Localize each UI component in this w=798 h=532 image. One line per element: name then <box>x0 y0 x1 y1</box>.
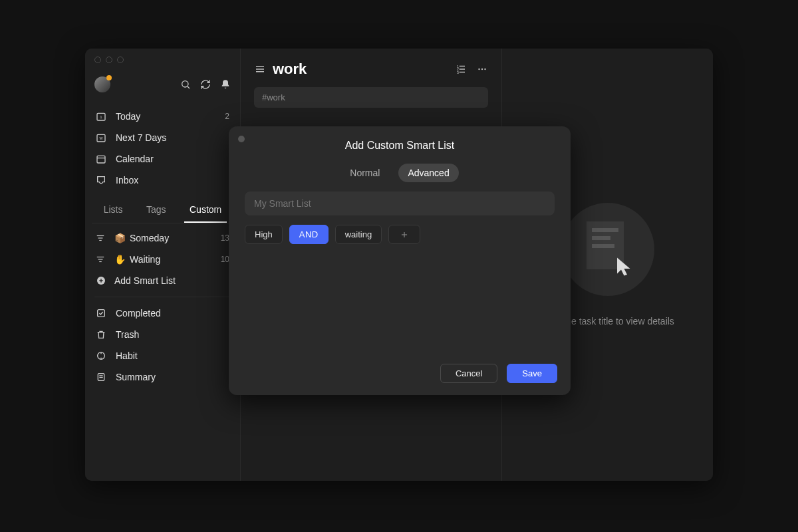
tab-advanced[interactable]: Advanced <box>398 164 458 182</box>
list-emoji: 📦 <box>114 233 126 243</box>
svg-text:1: 1 <box>100 115 102 119</box>
inbox-icon <box>96 175 108 186</box>
menu-icon[interactable] <box>254 63 266 75</box>
search-icon[interactable] <box>180 79 191 90</box>
svg-text:W: W <box>99 136 103 140</box>
list-count: 10 <box>221 255 229 264</box>
plus-icon <box>400 230 409 239</box>
tab-normal[interactable]: Normal <box>340 164 389 182</box>
sidebar: 1 Today 2 W Next 7 Days Calendar <box>85 49 241 481</box>
chip-and[interactable]: AND <box>289 225 329 244</box>
divider <box>94 297 231 297</box>
sidebar-item-next7[interactable]: W Next 7 Days <box>85 127 240 148</box>
page-title: work <box>273 61 307 78</box>
sidebar-item-inbox[interactable]: Inbox <box>85 170 240 191</box>
list-emoji: ✋ <box>114 254 126 265</box>
sidebar-item-label: Today <box>116 111 140 122</box>
trash-icon <box>96 329 108 340</box>
window-minimize-icon[interactable] <box>106 57 112 63</box>
sidebar-item-calendar[interactable]: Calendar <box>85 148 240 170</box>
save-button[interactable]: Save <box>507 364 557 383</box>
sort-icon[interactable]: 123 <box>455 63 467 75</box>
add-smart-list-label: Add Smart List <box>114 275 176 286</box>
tag-filter-pill[interactable]: #work <box>254 87 488 108</box>
svg-point-31 <box>484 68 485 70</box>
calendar-week-icon: W <box>96 132 108 143</box>
modal-body: High AND waiting <box>229 182 571 244</box>
tab-custom[interactable]: Custom <box>184 200 227 223</box>
tab-lists[interactable]: Lists <box>98 200 128 223</box>
chip-high[interactable]: High <box>245 225 283 244</box>
cursor-icon <box>613 255 637 279</box>
bell-icon[interactable] <box>220 79 231 90</box>
sidebar-item-label: Summary <box>116 372 156 382</box>
sidebar-item-today[interactable]: 1 Today 2 <box>85 106 240 127</box>
empty-illustration <box>561 203 654 296</box>
sidebar-item-label: Completed <box>116 308 161 319</box>
custom-list-waiting[interactable]: ✋ Waiting 10 <box>85 249 240 270</box>
modal-title: Add Custom Smart List <box>229 140 571 152</box>
sidebar-item-label: Trash <box>116 329 139 340</box>
chip-waiting[interactable]: waiting <box>335 225 382 244</box>
sidebar-tabs: Lists Tags Custom <box>92 200 233 223</box>
calendar-today-icon: 1 <box>96 111 108 122</box>
sidebar-item-trash[interactable]: Trash <box>85 324 240 345</box>
smart-list-name-input[interactable] <box>245 192 555 215</box>
calendar-icon <box>96 154 108 164</box>
sidebar-nav: 1 Today 2 W Next 7 Days Calendar <box>85 106 240 191</box>
sidebar-item-label: Calendar <box>116 154 154 164</box>
modal-footer: Cancel Save <box>229 354 571 395</box>
sidebar-header <box>85 72 240 99</box>
svg-line-1 <box>188 86 190 88</box>
chip-add[interactable] <box>388 225 420 244</box>
svg-rect-6 <box>97 156 105 163</box>
window-close-icon[interactable] <box>94 57 101 63</box>
sidebar-item-label: Inbox <box>116 175 138 186</box>
cancel-button[interactable]: Cancel <box>440 364 497 383</box>
filter-icon <box>96 233 108 243</box>
sidebar-item-count: 2 <box>225 112 229 121</box>
sync-icon[interactable] <box>200 79 211 90</box>
window-controls <box>94 57 124 63</box>
sidebar-item-summary[interactable]: Summary <box>85 366 240 388</box>
avatar[interactable] <box>94 76 110 92</box>
window-zoom-icon[interactable] <box>117 57 124 63</box>
sidebar-item-completed[interactable]: Completed <box>85 303 240 324</box>
svg-text:3: 3 <box>457 70 459 74</box>
custom-list-someday[interactable]: 📦 Someday 13 <box>85 227 240 249</box>
plus-circle-icon <box>96 275 108 286</box>
list-label: Waiting <box>130 254 160 265</box>
svg-point-30 <box>481 68 483 70</box>
custom-lists: 📦 Someday 13 ✋ Waiting 10 Add Smart List <box>85 227 240 291</box>
add-smart-list-modal: Add Custom Smart List Normal Advanced Hi… <box>229 126 571 395</box>
list-label: Someday <box>130 233 169 243</box>
tab-tags[interactable]: Tags <box>141 200 172 223</box>
sidebar-item-label: Next 7 Days <box>116 132 166 143</box>
svg-point-0 <box>182 81 188 87</box>
check-icon <box>96 308 108 319</box>
modal-close-icon[interactable] <box>238 136 245 142</box>
modal-tabs: Normal Advanced <box>229 164 571 182</box>
sidebar-item-habit[interactable]: Habit <box>85 345 240 366</box>
content-header: work 123 <box>254 61 488 78</box>
filter-chips: High AND waiting <box>245 225 555 244</box>
filter-icon <box>96 255 108 264</box>
add-smart-list[interactable]: Add Smart List <box>85 270 240 291</box>
more-icon[interactable] <box>476 63 488 75</box>
sidebar-item-label: Habit <box>116 350 138 361</box>
summary-icon <box>96 372 108 382</box>
list-count: 13 <box>221 233 229 243</box>
svg-point-29 <box>478 68 479 70</box>
sidebar-bottom: Completed Trash Habit Summary <box>85 303 240 388</box>
svg-rect-15 <box>98 310 105 317</box>
target-icon <box>96 350 108 361</box>
